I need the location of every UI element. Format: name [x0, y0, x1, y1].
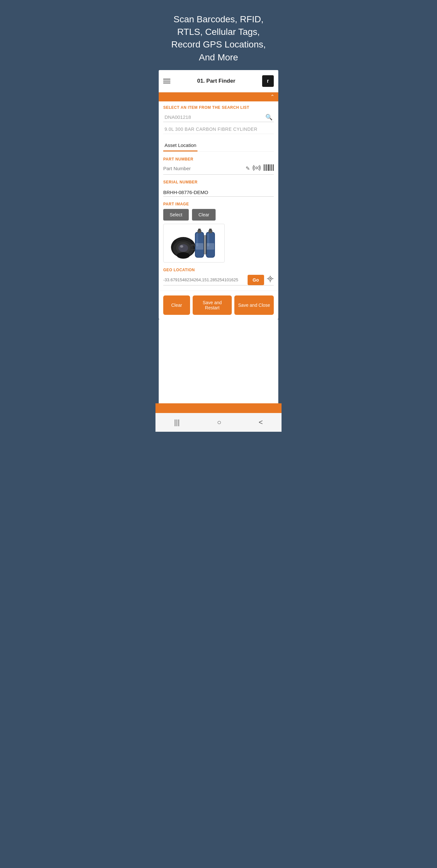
svg-rect-6 — [270, 164, 270, 171]
back-icon[interactable]: < — [259, 418, 263, 427]
svg-rect-4 — [267, 164, 268, 171]
geo-location-label: GEO LOCATION — [163, 268, 274, 272]
save-restart-button[interactable]: Save and Restart — [193, 296, 232, 315]
part-image-label: PART IMAGE — [163, 202, 274, 206]
app-header: 01. Part Finder r — [159, 70, 278, 92]
chevron-up-icon[interactable]: ⌃ — [270, 94, 274, 100]
geo-section: GEO LOCATION Go — [163, 268, 274, 290]
clear-button[interactable]: Clear — [163, 296, 190, 315]
search-input-wrapper: 🔍 — [163, 113, 274, 122]
hero-section: Scan Barcodes, RFID, RTLS, Cellular Tags… — [155, 0, 282, 70]
svg-point-13 — [178, 244, 188, 252]
select-image-button[interactable]: Select — [163, 209, 189, 221]
search-label: SELECT AN ITEM FROM THE SEARCH LIST — [163, 105, 274, 110]
part-image-container — [163, 224, 225, 262]
recent-apps-icon[interactable]: ||| — [174, 418, 180, 427]
clear-image-button[interactable]: Clear — [192, 209, 215, 221]
hero-title: Scan Barcodes, RFID, RTLS, Cellular Tags… — [165, 13, 272, 64]
location-icon — [267, 275, 274, 284]
svg-rect-3 — [266, 164, 267, 171]
logo-box: r — [262, 75, 274, 87]
menu-button[interactable] — [163, 79, 170, 83]
part-number-input[interactable] — [163, 164, 246, 173]
form-section: PART NUMBER ✎ — [159, 157, 278, 290]
part-number-icons: ✎ — [246, 164, 274, 173]
go-button[interactable]: Go — [247, 275, 264, 285]
svg-rect-5 — [268, 164, 269, 171]
save-close-button[interactable]: Save and Close — [234, 296, 274, 315]
home-icon[interactable]: ○ — [217, 418, 222, 427]
serial-number-value: BRHH-08776-DEMO — [163, 187, 274, 197]
app-card: 01. Part Finder r ⌃ SELECT AN ITEM FROM … — [159, 70, 278, 319]
orange-bar: ⌃ — [159, 92, 278, 101]
search-input[interactable] — [163, 113, 274, 122]
part-image-section: PART IMAGE Select Clear — [163, 202, 274, 262]
tab-divider — [163, 151, 274, 152]
svg-rect-9 — [273, 164, 274, 171]
tab-asset-location[interactable]: Asset Location — [163, 140, 198, 151]
orange-bottom-bar — [155, 403, 282, 413]
geo-input-wrapper: Go — [163, 275, 274, 285]
action-buttons: Clear Save and Restart Save and Close — [159, 290, 278, 319]
svg-point-30 — [269, 278, 271, 279]
tab-bar: Asset Location — [159, 136, 278, 151]
image-controls: Select Clear — [163, 209, 274, 221]
logo-letter: r — [267, 78, 269, 84]
serial-number-label: SERIAL NUMBER — [163, 180, 274, 184]
svg-rect-1 — [264, 164, 264, 171]
app-title: 01. Part Finder — [197, 78, 235, 84]
svg-rect-21 — [196, 243, 203, 250]
svg-rect-8 — [272, 164, 272, 171]
geo-location-input[interactable] — [163, 275, 245, 285]
navigation-bar: ||| ○ < — [155, 413, 282, 432]
rfid-icon[interactable] — [253, 165, 261, 172]
search-result: 9.0L 300 BAR CARBON FIBRE CYLINDER — [163, 125, 274, 134]
svg-rect-20 — [198, 228, 201, 230]
svg-rect-26 — [209, 228, 212, 230]
svg-rect-2 — [265, 164, 265, 171]
part-number-label: PART NUMBER — [163, 157, 274, 161]
edit-icon[interactable]: ✎ — [246, 165, 250, 172]
svg-rect-7 — [271, 164, 271, 171]
search-section: SELECT AN ITEM FROM THE SEARCH LIST 🔍 9.… — [159, 101, 278, 136]
svg-rect-27 — [207, 243, 214, 250]
svg-point-0 — [256, 167, 258, 169]
barcode-icon[interactable] — [263, 164, 274, 173]
part-number-field: ✎ — [163, 164, 274, 175]
svg-rect-28 — [204, 235, 207, 254]
white-area — [159, 319, 278, 403]
part-image — [167, 225, 222, 261]
svg-point-15 — [177, 252, 190, 259]
search-icon[interactable]: 🔍 — [265, 114, 272, 121]
svg-point-14 — [180, 245, 183, 248]
